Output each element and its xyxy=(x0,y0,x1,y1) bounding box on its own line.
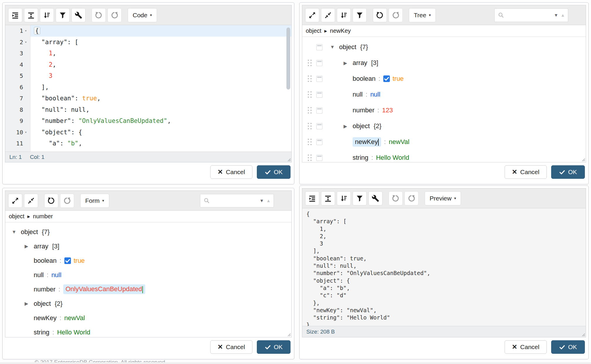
breadcrumb-item[interactable]: number xyxy=(33,213,53,220)
ok-button[interactable]: OK xyxy=(551,340,585,354)
breadcrumb-item[interactable]: newKey xyxy=(330,28,351,34)
field-name[interactable]: boolean xyxy=(353,75,375,83)
vertical-scrollbar[interactable] xyxy=(286,28,290,90)
undo-button[interactable] xyxy=(373,8,387,22)
field-name[interactable]: string xyxy=(353,154,368,162)
format-button[interactable] xyxy=(305,191,319,205)
repair-button[interactable] xyxy=(368,191,382,205)
mode-dropdown[interactable]: Form▾ xyxy=(80,194,109,208)
sort-button[interactable] xyxy=(40,8,54,22)
search-next-icon[interactable]: ▼ xyxy=(554,13,558,18)
resize-grip-icon[interactable] xyxy=(286,157,291,162)
context-menu-button[interactable] xyxy=(316,107,322,114)
expand-button[interactable] xyxy=(8,194,22,208)
compact-button[interactable] xyxy=(24,8,38,22)
filter-button[interactable] xyxy=(353,191,367,205)
field-name[interactable]: object xyxy=(339,43,356,51)
field-value[interactable]: newVal xyxy=(389,138,409,146)
search-input[interactable] xyxy=(210,194,257,207)
search-next-icon[interactable]: ▼ xyxy=(259,198,264,203)
redo-button[interactable] xyxy=(60,194,74,208)
expand-triangle-icon[interactable]: ▶ xyxy=(25,301,30,306)
sort-button[interactable] xyxy=(337,191,351,205)
field-name[interactable]: number xyxy=(34,286,56,293)
context-menu-button[interactable] xyxy=(316,123,322,129)
expand-triangle-icon[interactable]: ▶ xyxy=(25,243,30,249)
resize-grip-icon[interactable] xyxy=(580,332,585,336)
field-name[interactable]: null xyxy=(34,271,44,279)
field-value[interactable]: 123 xyxy=(382,107,393,114)
field-value[interactable]: OnlyValuesCanBeUpdated xyxy=(63,284,145,294)
field-value[interactable]: Hello World xyxy=(376,154,409,162)
collapse-triangle-icon[interactable]: ▼ xyxy=(12,229,17,235)
breadcrumb-item[interactable]: object xyxy=(9,213,24,220)
field-name[interactable]: newKey xyxy=(353,137,381,147)
field-name[interactable]: null xyxy=(353,91,363,98)
breadcrumb-item[interactable]: object xyxy=(306,28,321,34)
drag-handle-icon[interactable] xyxy=(306,75,313,82)
ok-button[interactable]: OK xyxy=(257,165,291,179)
context-menu-button[interactable] xyxy=(316,44,322,50)
field-name[interactable]: newKey xyxy=(34,314,57,322)
resize-grip-icon[interactable] xyxy=(580,157,585,162)
collapse-button[interactable] xyxy=(321,8,335,22)
sort-button[interactable] xyxy=(337,8,351,22)
drag-handle-icon[interactable] xyxy=(306,123,313,129)
redo-button[interactable] xyxy=(404,191,419,205)
filter-button[interactable] xyxy=(353,8,367,22)
field-value[interactable]: null xyxy=(51,271,61,279)
fold-arrow-icon[interactable]: ▾ xyxy=(23,29,28,33)
expand-button[interactable] xyxy=(305,8,319,22)
field-name[interactable]: number xyxy=(353,107,375,114)
repair-button[interactable] xyxy=(71,8,86,22)
field-name[interactable]: string xyxy=(34,329,49,336)
search-previous-icon[interactable]: ▲ xyxy=(266,198,271,203)
ok-button[interactable]: OK xyxy=(257,340,291,354)
mode-dropdown[interactable]: Tree▾ xyxy=(409,8,436,22)
collapse-button[interactable] xyxy=(24,194,38,208)
expand-triangle-icon[interactable]: ▶ xyxy=(344,123,349,129)
field-name[interactable]: array xyxy=(353,59,367,67)
cancel-button[interactable]: ✕Cancel xyxy=(210,340,252,354)
code-area[interactable]: 1▾2▾345678910▾1112 { "array": [ 1, 2, 3 … xyxy=(5,25,291,152)
format-button[interactable] xyxy=(8,8,22,22)
compact-button[interactable] xyxy=(321,191,335,205)
field-name[interactable]: object xyxy=(21,228,38,236)
undo-button[interactable] xyxy=(44,194,58,208)
collapse-triangle-icon[interactable]: ▼ xyxy=(330,44,335,50)
context-menu-button[interactable] xyxy=(316,60,322,66)
resize-grip-icon[interactable] xyxy=(286,332,291,336)
expand-triangle-icon[interactable]: ▶ xyxy=(344,60,349,66)
fold-arrow-icon[interactable]: ▾ xyxy=(23,40,28,44)
field-value[interactable]: true xyxy=(74,257,85,265)
search-previous-icon[interactable]: ▲ xyxy=(561,13,565,18)
redo-button[interactable] xyxy=(389,8,403,22)
fold-arrow-icon[interactable]: ▾ xyxy=(23,130,28,134)
context-menu-button[interactable] xyxy=(316,139,322,145)
field-value[interactable]: true xyxy=(392,75,404,83)
context-menu-button[interactable] xyxy=(316,76,322,82)
drag-handle-icon[interactable] xyxy=(306,91,313,98)
mode-dropdown[interactable]: Preview▾ xyxy=(425,191,461,205)
checkbox-checked[interactable] xyxy=(383,75,390,82)
field-value[interactable]: Hello World xyxy=(57,329,90,336)
field-value[interactable]: newVal xyxy=(64,314,85,322)
field-name[interactable]: object xyxy=(34,300,51,308)
redo-button[interactable] xyxy=(107,8,122,22)
context-menu-button[interactable] xyxy=(316,155,322,161)
mode-dropdown[interactable]: Code▾ xyxy=(128,8,157,22)
field-value[interactable]: null xyxy=(370,91,380,98)
drag-handle-icon[interactable] xyxy=(306,60,313,66)
undo-button[interactable] xyxy=(389,191,403,205)
drag-handle-icon[interactable] xyxy=(306,154,313,161)
field-name[interactable]: array xyxy=(34,243,48,250)
cancel-button[interactable]: ✕Cancel xyxy=(210,165,252,179)
drag-handle-icon[interactable] xyxy=(306,139,313,145)
cancel-button[interactable]: ✕Cancel xyxy=(505,340,547,354)
checkbox-checked[interactable] xyxy=(64,257,71,264)
field-name[interactable]: boolean xyxy=(34,257,57,265)
search-input[interactable] xyxy=(505,9,551,22)
filter-button[interactable] xyxy=(56,8,70,22)
drag-handle-icon[interactable] xyxy=(306,107,313,114)
ok-button[interactable]: OK xyxy=(551,165,585,179)
